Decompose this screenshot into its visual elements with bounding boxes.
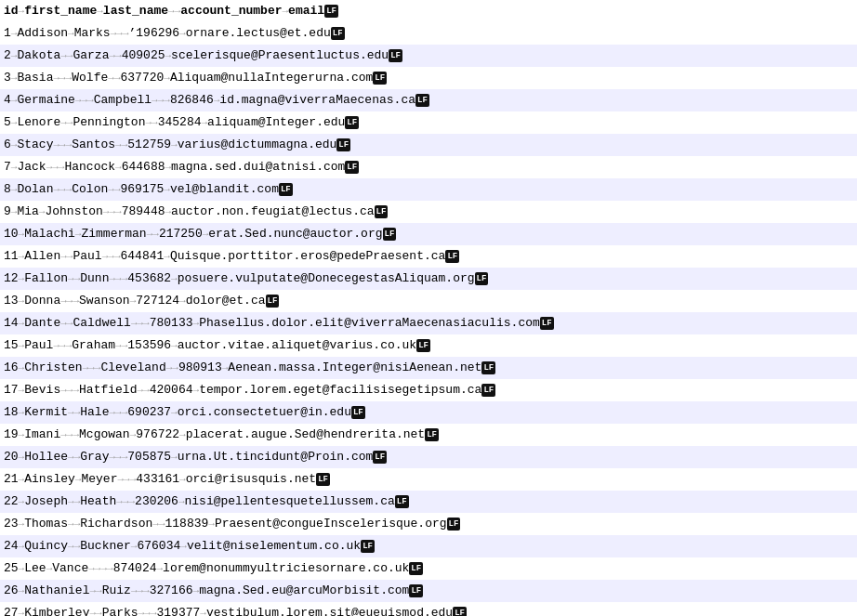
table-row: 18→Kermit→→Hale→→→690237→orci.consectetu… (0, 401, 857, 424)
table-row: 9→Mia→Johnston→→→789448→auctor.non.feugi… (0, 201, 857, 223)
table-row: 4→Germaine→→→Campbell→→→826846→id.magna@… (0, 89, 857, 111)
data-table: id→first_name→last_name→→account_number→… (0, 0, 857, 616)
table-row: 10→Malachi→Zimmerman→→217250→erat.Sed.nu… (0, 223, 857, 245)
table-row: 15→Paul→→→Graham→→153596→auctor.vitae.al… (0, 334, 857, 357)
table-row: 24→Quincy→→Buckner→676034→velit@niseleme… (0, 535, 857, 557)
table-row: 1→Addison→Marks→→→’196296→ornare.lectus@… (0, 22, 857, 45)
table-row: 20→Hollee→→Gray→→→705875→urna.Ut.tincidu… (0, 446, 857, 468)
table-row: 14→Dante→→Caldwell→→→780133→Phasellus.do… (0, 312, 857, 334)
table-row: 16→Christen→→→Cleveland→→980913→Aenean.m… (0, 357, 857, 379)
table-row: 5→Lenore→→Pennington→→345284→aliquam@Int… (0, 111, 857, 134)
table-row: 6→Stacy→→→Santos→→512759→varius@dictumma… (0, 134, 857, 156)
table-row: 13→Donna→→→Swanson→727124→dolor@et.caLF (0, 290, 857, 312)
table-row: 7→Jack→→→Hancock→644688→magna.sed.dui@at… (0, 156, 857, 178)
table-row: 11→Allen→→Paul→→→644841→Quisque.porttito… (0, 245, 857, 268)
table-row: 22→Joseph→→Heath→→→230206→nisi@pellentes… (0, 491, 857, 513)
table-row: 8→Dolan→→→Colon→→969175→vel@blandit.comL… (0, 178, 857, 201)
table-row: 25→Lee→Vance→→→→874024→lorem@nonummyultr… (0, 557, 857, 580)
table-row: 21→Ainsley→Meyer→→→433161→orci@risusquis… (0, 468, 857, 491)
table-row: 19→Imani→→→Mcgowan→976722→placerat.augue… (0, 424, 857, 446)
table-row: 27→Kimberley→→Parks→→→319377→vestibulum.… (0, 602, 857, 616)
table-row: 12→Fallon→→Dunn→→→453682→posuere.vulputa… (0, 268, 857, 290)
table-row: 26→Nathaniel→→Ruiz→→→327166→magna.Sed.eu… (0, 580, 857, 602)
table-row: 3→Basia→→→Wolfe→→637720→Aliquam@nullaInt… (0, 67, 857, 89)
table-row: 23→Thomas→→Richardson→→118839→Praesent@c… (0, 513, 857, 535)
table-row: 2→Dakota→→Garza→→409025→scelerisque@Prae… (0, 45, 857, 67)
table-row: id→first_name→last_name→→account_number→… (0, 0, 857, 22)
table-row: 17→Bevis→→→Hatfield→→420064→tempor.lorem… (0, 379, 857, 401)
